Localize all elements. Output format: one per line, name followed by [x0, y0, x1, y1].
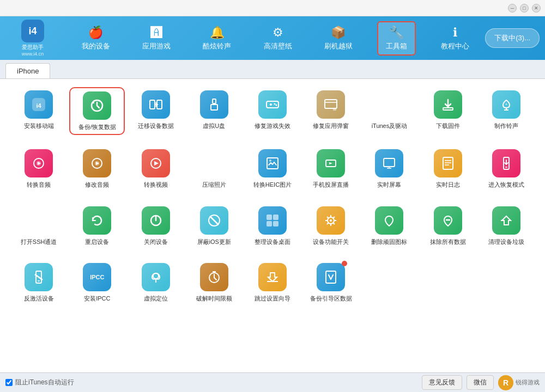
- tool-item-migrate-data[interactable]: 迁移设备数据: [128, 87, 183, 135]
- tool-item-real-screen[interactable]: 实时屏幕: [361, 146, 417, 192]
- tool-label-backup-guide: 备份引导区数据: [310, 295, 352, 302]
- nav-item-apps-games[interactable]: 🅰 应用游戏: [135, 22, 178, 54]
- tool-item-convert-audio[interactable]: 转换音频: [11, 146, 66, 192]
- nav-item-jailbreak[interactable]: 📦 刷机越狱: [317, 22, 360, 54]
- nav-label-jailbreak: 刷机越狱: [324, 41, 353, 51]
- tool-item-remove-icon[interactable]: 删除顽固图标: [361, 203, 417, 249]
- logo-area: i4 爱思助手 www.i4.cn: [5, 20, 60, 57]
- tool-item-backup-guide[interactable]: 备份引导区数据: [303, 260, 359, 305]
- tab-iphone[interactable]: iPhone: [5, 63, 50, 78]
- tool-item-make-ringtone[interactable]: +制作铃声: [479, 87, 534, 135]
- tool-item-download-firmware[interactable]: 下载固件: [420, 87, 476, 135]
- tool-icon-fix-game: [258, 90, 287, 119]
- tool-icon-virtual-location: [142, 263, 170, 291]
- feedback-btn[interactable]: 意见反馈: [422, 375, 462, 390]
- tool-label-make-ringtone: 制作铃声: [494, 122, 518, 130]
- tool-item-organize-desktop[interactable]: 整理设备桌面: [245, 203, 300, 249]
- tool-label-convert-video: 转换视频: [144, 181, 168, 188]
- tool-item-restart-device[interactable]: 重启设备: [69, 203, 125, 249]
- tool-item-real-log[interactable]: 实时日志: [420, 146, 476, 192]
- download-btn[interactable]: 下载中(3)...: [485, 28, 540, 48]
- tool-icon-ssh-tunnel: [25, 206, 53, 235]
- tool-icon-install-mobile: i4: [25, 90, 53, 119]
- close-btn[interactable]: ✕: [532, 4, 541, 13]
- svg-rect-50: [267, 215, 272, 220]
- tool-label-block-ios-update: 屏蔽iOS更新: [197, 238, 231, 246]
- logo-icon-bottom: R: [498, 375, 513, 390]
- tool-badge-backup-guide: [342, 261, 347, 266]
- svg-rect-15: [333, 108, 336, 111]
- tool-icon-deactivate: [25, 263, 53, 291]
- svg-point-17: [387, 102, 391, 105]
- bottom-left: 阻止iTunes自动运行: [5, 378, 74, 387]
- tool-item-install-mobile[interactable]: i4安装移动端: [11, 87, 66, 135]
- nav-item-ringtones[interactable]: 🔔 酷炫铃声: [195, 22, 239, 54]
- tool-label-erase-all: 抹除所有数据: [430, 238, 466, 246]
- tool-label-organize-desktop: 整理设备桌面: [255, 238, 290, 246]
- wechat-btn[interactable]: 微信: [467, 375, 494, 390]
- nav-item-toolbox[interactable]: 🔧 工具箱: [377, 21, 416, 56]
- tool-item-recovery-mode[interactable]: 进入恢复模式: [479, 146, 534, 192]
- svg-text:i4: i4: [37, 102, 42, 109]
- tool-item-device-function[interactable]: 设备功能开关: [303, 203, 359, 249]
- tool-item-virtual-usb[interactable]: 虚拟U盘: [186, 87, 242, 135]
- tool-icon-skip-setup: [258, 263, 287, 291]
- tool-icon-backup-guide: [317, 263, 345, 291]
- apps-icon: 🅰: [150, 26, 162, 40]
- tool-label-real-screen: 实时屏幕: [377, 181, 401, 188]
- nav-label-tutorial: 教程中心: [441, 41, 469, 51]
- tool-icon-organize-desktop: [258, 206, 287, 235]
- nav-label-toolbox: 工具箱: [386, 41, 407, 51]
- tool-item-screen-mirror[interactable]: 手机投屏直播: [303, 146, 359, 192]
- tool-item-convert-video[interactable]: 转换视频: [128, 146, 183, 192]
- tool-label-fix-popup: 修复应用弹窗: [313, 122, 349, 130]
- tool-item-fix-game[interactable]: 修复游戏失效: [245, 87, 300, 135]
- tool-label-screen-mirror: 手机投屏直播: [313, 181, 349, 188]
- tool-icon-erase-all: [434, 206, 462, 235]
- tool-item-itunes-driver[interactable]: iTunes及驱动: [361, 87, 417, 135]
- titlebar: ─ □ ✕: [0, 0, 545, 16]
- tool-item-fix-popup[interactable]: 修复应用弹窗: [303, 87, 359, 135]
- tool-label-itunes-driver: iTunes及驱动: [372, 122, 408, 130]
- tool-label-install-mobile: 安装移动端: [24, 122, 54, 130]
- nav-item-tutorial[interactable]: ℹ 教程中心: [433, 22, 477, 54]
- tool-icon-screen-mirror: [317, 149, 345, 177]
- svg-point-11: [274, 103, 275, 105]
- bottom-right: 意见反馈 微信 R 锐得游戏: [422, 375, 540, 390]
- tool-icon-fix-popup: [317, 90, 345, 119]
- tool-icon-backup-restore: [83, 91, 111, 120]
- maximize-btn[interactable]: □: [520, 4, 529, 13]
- tool-item-block-ios-update[interactable]: 屏蔽iOS更新: [186, 203, 242, 249]
- svg-rect-52: [267, 221, 272, 226]
- tool-label-migrate-data: 迁移设备数据: [138, 122, 174, 130]
- tool-item-edit-audio[interactable]: 修改音频: [69, 146, 125, 192]
- tool-item-virtual-location[interactable]: 虚拟定位: [128, 260, 183, 305]
- tool-icon-virtual-usb: [200, 90, 228, 119]
- nav-item-wallpaper[interactable]: ⚙ 高清壁纸: [256, 22, 300, 54]
- tool-label-install-ipcc: 安装IPCC: [84, 295, 110, 302]
- tool-item-erase-all[interactable]: 抹除所有数据: [420, 203, 476, 249]
- tool-item-break-time-limit[interactable]: 破解时间限额: [186, 260, 242, 305]
- tool-item-install-ipcc[interactable]: IPCC安装IPCC: [69, 260, 125, 305]
- jailbreak-icon: 📦: [331, 26, 346, 40]
- logo-icon: i4: [21, 20, 44, 42]
- nav-item-my-device[interactable]: 🍎 我的设备: [74, 22, 118, 54]
- tool-item-ssh-tunnel[interactable]: 打开SSH通道: [11, 203, 66, 249]
- tool-label-convert-audio: 转换音频: [27, 181, 51, 188]
- tool-icon-clean-junk: [492, 206, 520, 235]
- tool-item-compress-photo[interactable]: 压缩照片: [186, 146, 242, 192]
- nav-label-my-device: 我的设备: [82, 41, 110, 51]
- svg-point-12: [275, 105, 277, 106]
- tool-item-clean-junk[interactable]: 清理设备垃圾: [479, 203, 534, 249]
- info-icon: ℹ: [453, 26, 457, 40]
- nav-label-wallpaper: 高清壁纸: [264, 41, 292, 51]
- tool-item-skip-setup[interactable]: 跳过设置向导: [245, 260, 300, 305]
- tool-item-backup-restore[interactable]: 备份/恢复数据: [69, 87, 125, 135]
- svg-point-55: [330, 219, 332, 222]
- minimize-btn[interactable]: ─: [508, 4, 517, 13]
- tool-item-convert-heic[interactable]: 转换HEIC图片: [245, 146, 300, 192]
- tool-item-shutdown-device[interactable]: 关闭设备: [128, 203, 183, 249]
- toolbox-icon: 🔧: [389, 26, 404, 40]
- itunes-checkbox[interactable]: [5, 379, 13, 386]
- tool-item-deactivate[interactable]: 反激活设备: [11, 260, 66, 305]
